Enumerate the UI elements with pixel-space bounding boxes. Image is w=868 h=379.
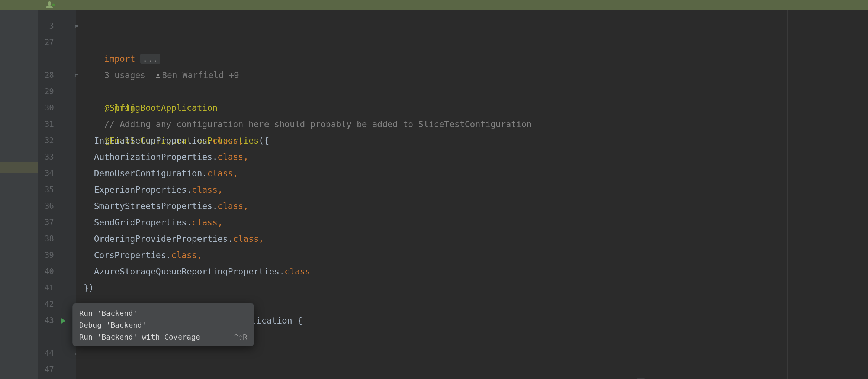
menu-item-coverage[interactable]: Run 'Backend' with Coverage ^⇧R: [73, 331, 254, 343]
keyword-class: class,: [218, 152, 248, 162]
menu-item-label: Debug 'Backend': [79, 319, 147, 331]
sidebar-selection: [0, 162, 38, 173]
keyword-class: class,: [212, 136, 243, 145]
line-number[interactable]: 39: [38, 247, 54, 263]
line-number[interactable]: 47: [38, 362, 54, 378]
line-number[interactable]: 29: [38, 83, 54, 100]
line-number[interactable]: 42: [38, 296, 54, 312]
editor-toolbar: [0, 0, 868, 10]
code-text: CorsProperties.: [84, 250, 171, 260]
run-gutter-icon[interactable]: [60, 318, 67, 324]
code-text: lication {: [251, 316, 302, 325]
svg-point-0: [48, 1, 51, 5]
line-number[interactable]: 37: [38, 214, 54, 231]
line-number[interactable]: 32: [38, 132, 54, 149]
code-text: AzureStorageQueueReportingProperties.: [84, 267, 284, 276]
menu-item-run[interactable]: Run 'Backend': [73, 307, 254, 319]
line-number[interactable]: 28: [38, 67, 54, 83]
code-text: SendGridProperties.: [84, 218, 192, 227]
svg-point-1: [52, 4, 55, 6]
editor-gutter[interactable]: 3 27 28 29 30 31 32 33 34 35 36 37 38 39…: [38, 10, 76, 379]
line-number[interactable]: 43: [38, 312, 54, 329]
keyword-class: class,: [171, 250, 202, 260]
code-text: ExperianProperties.: [84, 185, 192, 195]
line-number[interactable]: 44: [38, 345, 54, 362]
menu-item-label: Run 'Backend': [79, 307, 138, 319]
line-number[interactable]: 31: [38, 116, 54, 132]
menu-item-label: Run 'Backend' with Coverage: [79, 331, 200, 343]
code-text: }): [84, 283, 94, 293]
keyword-class: class,: [233, 234, 264, 244]
menu-item-debug[interactable]: Debug 'Backend': [73, 319, 254, 331]
code-text: SmartyStreetsProperties.: [84, 201, 218, 211]
line-number[interactable]: 36: [38, 198, 54, 214]
line-number[interactable]: 34: [38, 165, 54, 182]
code-text: OrderingProviderProperties.: [84, 234, 233, 244]
code-text: DemoUserConfiguration.: [84, 168, 207, 178]
line-number[interactable]: 38: [38, 231, 54, 247]
fold-toggle-icon[interactable]: ⊟: [75, 73, 80, 78]
keyword-class: class,: [192, 185, 223, 195]
right-margin-guide: [787, 10, 788, 379]
line-number[interactable]: 27: [38, 34, 54, 51]
fold-toggle-icon[interactable]: ⊞: [75, 24, 80, 29]
keyword-class: class: [284, 267, 310, 276]
keyword-class: class,: [207, 168, 238, 178]
line-number[interactable]: 30: [38, 100, 54, 116]
keyword-class: class,: [218, 201, 248, 211]
line-number[interactable]: 40: [38, 263, 54, 280]
project-sidebar: [0, 10, 38, 379]
line-number[interactable]: 35: [38, 182, 54, 198]
run-context-menu: Run 'Backend' Debug 'Backend' Run 'Backe…: [72, 303, 254, 346]
line-number[interactable]: 3: [38, 18, 54, 34]
code-text: AuthorizationProperties.: [84, 152, 218, 162]
line-number[interactable]: 41: [38, 280, 54, 296]
code-with-me-icon[interactable]: [46, 1, 56, 8]
fold-toggle-icon[interactable]: ⊞: [75, 351, 80, 356]
keyword-class: class,: [192, 218, 223, 227]
line-number[interactable]: 33: [38, 149, 54, 165]
code-text: InitialSetupProperties.: [84, 136, 212, 145]
menu-item-shortcut: ^⇧R: [234, 331, 247, 343]
